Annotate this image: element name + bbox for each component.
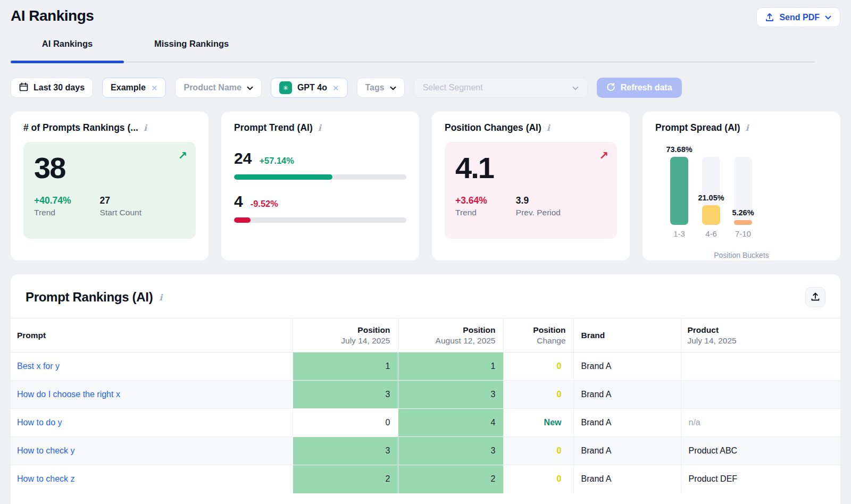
tab-bar: AI Rankings Missing Rankings [11,39,840,63]
position-changes-panel: ↗ 4.1 +3.64% Trend 3.9 Prev. Period [445,142,617,239]
prompt-link[interactable]: How to check z [17,474,74,483]
calendar-icon [19,82,28,94]
send-pdf-label: Send PDF [779,13,820,22]
info-icon[interactable]: i [745,123,748,133]
prompt-count-value: 38 [34,152,185,184]
model-chip-label: GPT 4o [297,83,327,93]
chevron-down-icon [247,83,253,93]
card-title: Position Changes (AI) [445,122,541,133]
trend-down-percent: -9.52% [251,199,278,209]
product-cell [681,381,840,409]
brand-cell: Brand A [573,465,681,493]
position-aug-cell: 3 [398,437,503,465]
bar-value-label: 73.68% [666,145,692,154]
prompt-link[interactable]: Best x for y [17,362,60,371]
tags-label: Tags [365,83,385,93]
export-button[interactable] [805,287,825,307]
card-title: # of Prompts Rankings (... [23,122,138,133]
refresh-icon [606,82,615,94]
segment-placeholder: Select Segment [423,83,483,93]
position-jul-cell: 0 [293,409,398,437]
table-row: How to check y 3 3 0 Brand A Product ABC [11,437,840,465]
trend-label: Trend [455,208,487,217]
info-icon[interactable]: i [159,292,162,303]
position-jul-cell: 2 [293,465,398,493]
close-icon[interactable]: ✕ [151,84,158,92]
bar-tick-label: 1-3 [673,229,685,238]
date-range-label: Last 30 days [34,83,85,93]
trend-percent: +40.74% [34,195,71,206]
position-change-cell: New [503,409,573,437]
refresh-label: Refresh data [621,83,672,93]
prompt-link[interactable]: How to check y [17,446,74,455]
table-row: Best x for y 1 1 0 Brand A [11,352,840,381]
prompt-trend-card: Prompt Trend (AI) i 24 +57.14% 4 -9.52% [221,112,419,261]
info-icon[interactable]: i [318,123,321,133]
bar-tick-label: 7-10 [735,229,751,238]
prompt-count-card: # of Prompts Rankings (... i ↗ 38 +40.74… [11,112,208,261]
info-icon[interactable]: i [547,123,550,133]
prompt-rankings-table-card: Prompt Rankings (AI) i Prompt [11,274,840,504]
col-header-position-aug: Position August 12, 2025 [398,318,503,352]
tab-missing-rankings[interactable]: Missing Rankings [154,39,229,49]
prompt-link[interactable]: How to do y [17,418,62,427]
prev-period-value: 3.9 [516,195,561,206]
kpi-cards: # of Prompts Rankings (... i ↗ 38 +40.74… [11,112,840,261]
trend-up-progressbar [234,174,406,180]
position-change-cell: 0 [503,352,573,381]
send-pdf-button[interactable]: Send PDF [756,7,840,27]
table-row: How to do y 0 4 New Brand A n/a [11,409,840,437]
bar-7-10: 5.26% 7-10 [734,157,752,238]
bar-4-6: 21.05% 4-6 [702,157,720,238]
table-row: How do I choose the right x 3 3 0 Brand … [11,381,840,409]
bar-value-label: 21.05% [698,194,724,202]
model-filter-chip[interactable]: ✳ GPT 4o ✕ [271,78,348,98]
segment-select[interactable]: Select Segment [414,78,588,98]
page-title: AI Rankings [11,7,94,24]
trend-down-value: 4 [234,192,243,211]
position-aug-cell: 3 [398,381,503,409]
position-aug-cell: 2 [398,465,503,493]
tab-ai-rankings[interactable]: AI Rankings [11,39,124,49]
trend-up-icon: ↗ [178,149,187,162]
position-change-cell: 0 [503,465,573,493]
tab-track [11,61,815,63]
position-change-cell: 0 [503,381,573,409]
bar-1-3: 73.68% 1-3 [670,157,688,238]
position-aug-cell: 4 [398,409,503,437]
position-change-cell: 0 [503,437,573,465]
example-filter-chip[interactable]: Example ✕ [102,78,166,98]
product-cell [681,352,840,381]
trend-down-progressbar [234,217,406,223]
refresh-data-button[interactable]: Refresh data [597,78,682,98]
col-header-prompt: Prompt [11,318,293,352]
start-count-label: Start Count [100,208,141,217]
product-name-dropdown[interactable]: Product Name [175,78,261,98]
brand-cell: Brand A [573,409,681,437]
position-changes-card: Position Changes (AI) i ↗ 4.1 +3.64% Tre… [432,112,630,261]
col-header-brand: Brand [573,318,681,352]
upload-icon [765,13,774,22]
chevron-down-icon [572,83,579,93]
x-axis-label: Position Buckets [655,251,828,259]
close-icon[interactable]: ✕ [332,84,339,92]
position-jul-cell: 1 [293,352,398,381]
date-range-filter[interactable]: Last 30 days [11,78,93,98]
trend-up-value: 24 [234,149,252,167]
bar-value-label: 5.26% [732,208,754,217]
product-cell: n/a [681,409,840,437]
col-header-position-change: Position Change [503,318,573,352]
prompt-count-panel: ↗ 38 +40.74% Trend 27 Start Count [23,142,196,239]
tags-dropdown[interactable]: Tags [357,78,405,98]
prompt-spread-card: Prompt Spread (AI) i 73.68% 1-3 21.05% [643,112,840,261]
ai-rankings-page: AI Rankings Send PDF AI Rankings Missing… [0,0,851,504]
col-header-product: Product July 14, 2025 [681,318,840,352]
openai-logo-icon: ✳ [279,81,292,94]
prompt-link[interactable]: How do I choose the right x [17,390,120,399]
col-header-position-jul: Position July 14, 2025 [293,318,398,352]
chevron-down-icon [825,15,831,20]
product-cell: Product ABC [681,437,840,465]
info-icon[interactable]: i [144,123,147,133]
position-changes-value: 4.1 [455,152,606,184]
table-header-row: Prompt Position July 14, 2025 Position A… [11,318,840,352]
